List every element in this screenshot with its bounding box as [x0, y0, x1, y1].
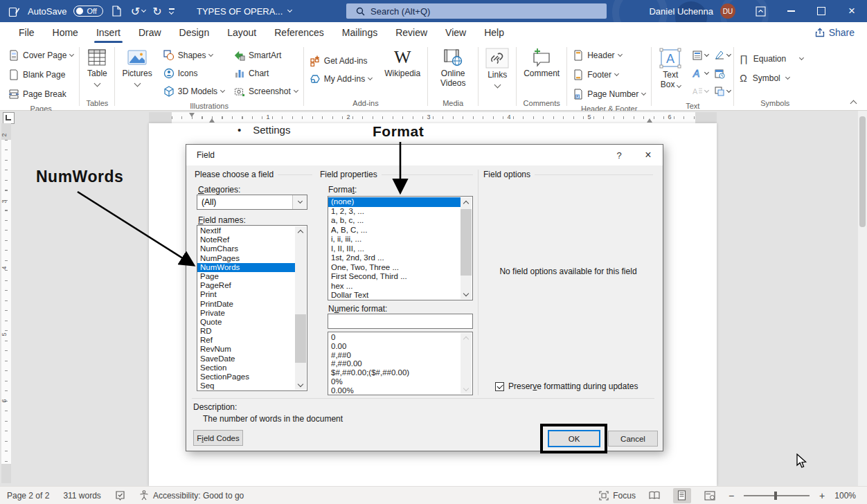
list-option[interactable]: 1, 2, 3, ...	[328, 207, 461, 217]
preserve-formatting-checkbox[interactable]: Preserve formatting during updates	[495, 381, 638, 391]
tab-insert[interactable]: Insert	[87, 22, 129, 43]
share-button[interactable]: Share	[815, 22, 855, 43]
scrollbar-thumb[interactable]	[461, 209, 472, 276]
tab-selector[interactable]	[3, 112, 15, 124]
scroll-down-button[interactable]	[295, 379, 306, 390]
zoom-slider[interactable]	[744, 495, 810, 496]
tab-mailings[interactable]: Mailings	[333, 22, 386, 43]
list-option[interactable]: 0	[328, 333, 461, 342]
get-addins-button[interactable]: Get Add-ins	[307, 52, 375, 70]
vertical-ruler[interactable]: 23456	[1, 123, 11, 483]
icons-button[interactable]: Icons	[161, 64, 227, 82]
wordart-button[interactable]: A	[692, 68, 708, 79]
page-indicator[interactable]: Page 2 of 2	[7, 491, 49, 501]
collapse-ribbon-button[interactable]	[851, 98, 856, 108]
list-option[interactable]: 0%	[328, 377, 461, 386]
focus-button[interactable]: Focus	[599, 491, 636, 501]
field-codes-button[interactable]: Field Codes	[193, 430, 243, 446]
page-number-button[interactable]: # Page Number	[570, 85, 648, 103]
list-option[interactable]: a, b, c, ...	[328, 216, 461, 226]
zoom-out-button[interactable]: −	[729, 490, 734, 501]
redo-button[interactable]: ↻	[152, 5, 161, 18]
new-document-icon[interactable]	[110, 4, 124, 18]
text-box-button[interactable]: A TextBox	[654, 46, 686, 91]
hanging-indent-marker[interactable]	[209, 118, 215, 123]
user-name[interactable]: Daniel Uchenna	[649, 6, 713, 17]
equation-button[interactable]: ∏ Equation	[737, 50, 806, 68]
symbol-button[interactable]: Ω Symbol	[737, 69, 792, 87]
list-scrollbar[interactable]	[461, 333, 472, 394]
list-option[interactable]: NoteRef	[197, 235, 295, 244]
links-button[interactable]: Links	[481, 46, 513, 89]
blank-page-button[interactable]: Blank Page	[6, 66, 68, 84]
chart-button[interactable]: Chart	[231, 64, 301, 82]
cover-page-button[interactable]: Cover Page	[6, 46, 76, 64]
dropdown-button[interactable]	[292, 195, 307, 209]
zoom-slider-thumb[interactable]	[774, 492, 777, 500]
list-scrollbar[interactable]	[461, 197, 472, 299]
list-option[interactable]: A, B, C, ...	[328, 226, 461, 235]
tab-view[interactable]: View	[436, 22, 475, 43]
list-option[interactable]: hex ...	[328, 282, 461, 291]
page-break-button[interactable]: Page Break	[6, 85, 69, 103]
scrollbar-thumb[interactable]	[295, 314, 306, 363]
list-option[interactable]: Seq	[197, 381, 295, 390]
list-option[interactable]: Section	[197, 363, 295, 372]
footer-button[interactable]: Footer	[570, 66, 621, 84]
list-option[interactable]: Private	[197, 309, 295, 318]
list-option[interactable]: $#,##0.00;($#,##0.00)	[328, 368, 461, 377]
list-option[interactable]: NextIf	[197, 226, 295, 235]
quick-access-menu-button[interactable]	[169, 8, 175, 13]
tab-design[interactable]: Design	[170, 22, 219, 43]
shapes-button[interactable]: Shapes	[161, 46, 227, 64]
list-option[interactable]: RD	[197, 327, 295, 336]
accessibility-status[interactable]: Accessibility: Good to go	[139, 490, 244, 501]
tab-layout[interactable]: Layout	[218, 22, 265, 43]
tab-draw[interactable]: Draw	[129, 22, 170, 43]
wikipedia-button[interactable]: W Wikipedia	[380, 46, 424, 80]
my-addins-button[interactable]: My Add-ins	[307, 70, 375, 88]
document-title[interactable]: TYPES OF OPERA...	[197, 0, 292, 22]
list-option[interactable]: Quote	[197, 318, 295, 327]
list-option[interactable]: i, ii, iii, ...	[328, 235, 461, 244]
comment-button[interactable]: Comment	[519, 46, 564, 80]
proofing-icon[interactable]	[115, 490, 125, 501]
list-option[interactable]: Page	[197, 272, 295, 281]
date-time-button[interactable]	[714, 68, 731, 79]
list-option[interactable]: 0.00	[328, 342, 461, 351]
list-option[interactable]: 0.00%	[328, 386, 461, 394]
list-option[interactable]: One, Two, Three ...	[328, 263, 461, 273]
list-option[interactable]: PrintDate	[197, 300, 295, 309]
zoom-level[interactable]: 100%	[834, 491, 856, 501]
scroll-down-button[interactable]	[461, 289, 472, 299]
scroll-up-button[interactable]	[461, 197, 472, 208]
tab-help[interactable]: Help	[475, 22, 513, 43]
list-option[interactable]: SaveDate	[197, 354, 295, 363]
word-count[interactable]: 311 words	[63, 491, 100, 501]
smartart-button[interactable]: SmartArt	[231, 46, 301, 64]
drop-cap-button[interactable]: A	[692, 86, 708, 97]
list-option[interactable]: RevNum	[197, 345, 295, 354]
3d-models-button[interactable]: 3D Models	[161, 82, 227, 100]
document-paragraph[interactable]: • Settings	[238, 124, 290, 136]
close-button[interactable]: ×	[837, 0, 867, 22]
vertical-scrollbar[interactable]	[857, 111, 867, 486]
table-button[interactable]: Table	[82, 46, 111, 87]
autosave-toggle[interactable]: Off	[73, 6, 102, 17]
list-option[interactable]: #,##0	[328, 351, 461, 360]
maximize-button[interactable]	[806, 0, 837, 22]
header-button[interactable]: Header	[570, 46, 624, 64]
tab-file[interactable]: File	[10, 22, 44, 43]
read-mode-button[interactable]	[645, 488, 663, 503]
tab-home[interactable]: Home	[44, 22, 87, 43]
minimize-button[interactable]	[776, 0, 806, 22]
avatar[interactable]: DU	[720, 3, 735, 19]
undo-button[interactable]: ↺	[131, 5, 145, 18]
list-option[interactable]: Print	[197, 290, 295, 299]
field-names-list[interactable]: NextIfNoteRefNumCharsNumPagesNumWordsPag…	[197, 225, 307, 391]
list-option[interactable]: SectionPages	[197, 372, 295, 381]
list-option[interactable]: First Second, Third ...	[328, 272, 461, 282]
list-option[interactable]: Ref	[197, 336, 295, 345]
list-option[interactable]: (none)	[328, 197, 461, 207]
signature-line-button[interactable]	[714, 50, 731, 61]
